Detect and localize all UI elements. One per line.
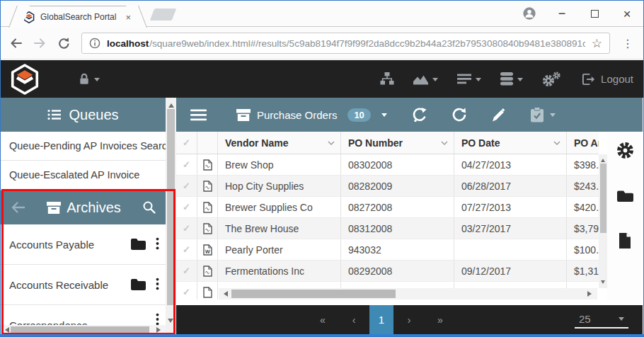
column-header-po-amount[interactable]: PO Amount — [567, 132, 599, 154]
tab-close-icon[interactable]: × — [122, 12, 134, 23]
profile-icon[interactable] — [513, 4, 546, 24]
table-row[interactable]: ✓ Brew Shop 08302008 04/27/2013 $398. — [176, 154, 599, 176]
table-row[interactable]: ✓ Hop City Supplies 08282009 06/28/2017 … — [176, 176, 599, 197]
item-menu-kebab-icon[interactable] — [156, 237, 159, 252]
bookmark-star-icon[interactable]: ☆ — [592, 36, 602, 51]
hamburger-menu-icon[interactable] — [190, 109, 207, 121]
row-select-check[interactable]: ✓ — [176, 239, 197, 260]
next-page-button[interactable]: › — [393, 314, 425, 326]
archive-selector[interactable]: Purchase Orders 10 — [236, 108, 387, 122]
lists-menu[interactable] — [457, 74, 481, 84]
sidebar-item-queue-pending[interactable]: Queue-Pending AP Invoices Search — [1, 132, 166, 161]
pdf-file-icon[interactable] — [197, 154, 218, 175]
new-tab-button[interactable] — [150, 8, 177, 21]
row-select-check[interactable]: ✓ — [176, 176, 197, 196]
view-settings-gear-icon[interactable] — [616, 141, 635, 163]
archive-item-label: Accounts Receivable — [9, 279, 130, 291]
url-host: localhost — [107, 38, 149, 49]
archive-item-accounts-receivable[interactable]: Accounts Receivable — [1, 265, 166, 305]
page-size-select[interactable]: 25 — [575, 310, 628, 329]
settings-gears-icon[interactable] — [542, 72, 560, 87]
folder-icon[interactable] — [130, 278, 146, 292]
page-info-icon[interactable] — [89, 38, 100, 49]
cell-vendor: Fermentations Inc — [218, 261, 341, 281]
sidebar-item-queue-escalated[interactable]: Queue-Escalated AP Invoice — [1, 161, 166, 190]
forward-icon[interactable] — [33, 37, 47, 50]
file-icon[interactable] — [197, 282, 218, 299]
column-header-vendor-name[interactable]: Vendor Name — [218, 132, 341, 154]
folder-icon[interactable] — [130, 237, 146, 252]
cell-po-amount: $398. — [567, 154, 599, 175]
archive-item-accounts-payable[interactable]: Accounts Payable — [1, 224, 166, 265]
browser-menu-icon[interactable]: ⋮ — [621, 37, 635, 50]
column-header-po-number[interactable]: PO Number — [341, 132, 454, 154]
row-select-check[interactable]: ✓ — [176, 282, 197, 299]
sidebar-vertical-scrollbar[interactable] — [166, 98, 176, 334]
scrollbar-thumb[interactable] — [11, 326, 149, 333]
dashboards-menu[interactable] — [413, 74, 438, 85]
move-to-folder-icon[interactable] — [616, 189, 634, 206]
row-select-check[interactable]: ✓ — [176, 218, 197, 239]
results-toolbar: Purchase Orders 10 — [176, 98, 643, 132]
scroll-right-icon[interactable] — [156, 327, 163, 333]
pdf-file-icon[interactable] — [197, 197, 218, 217]
current-page-button[interactable]: 1 — [369, 305, 393, 334]
table-header-row: ✓ Vendor Name PO Number PO Date — [176, 132, 599, 154]
table-row[interactable]: ✓ Fermentations Inc 08292008 09/12/2017 … — [176, 261, 599, 282]
pdf-file-icon[interactable] — [197, 218, 218, 239]
back-icon[interactable] — [9, 37, 23, 50]
table-row[interactable]: ✓ W Pearly Porter 943032 $100. — [176, 239, 599, 261]
scrollbar-thumb[interactable] — [231, 290, 396, 298]
table-vertical-scrollbar[interactable] — [599, 154, 607, 288]
scroll-down-icon[interactable] — [601, 280, 605, 286]
scroll-left-icon[interactable] — [221, 291, 228, 297]
row-select-check[interactable]: ✓ — [176, 197, 197, 217]
row-select-check[interactable]: ✓ — [176, 261, 197, 281]
item-menu-kebab-icon[interactable] — [156, 278, 159, 292]
workflow-icon[interactable] — [380, 72, 394, 86]
reload-icon[interactable] — [57, 37, 71, 50]
last-page-button[interactable]: » — [425, 314, 456, 326]
logout-button[interactable]: Logout — [582, 73, 633, 86]
window-maximize-button[interactable] — [578, 7, 611, 21]
scroll-down-icon[interactable] — [168, 319, 173, 326]
address-bar[interactable]: localhost /square9web/index.html#/result… — [81, 33, 610, 54]
document-file-icon[interactable] — [618, 232, 632, 252]
archives-search-icon[interactable] — [142, 200, 156, 215]
table-row[interactable]: ✓ Brewer Supplies Co 08272008 07/27/2013… — [176, 197, 599, 218]
process-redo-icon[interactable] — [411, 107, 427, 123]
row-select-check[interactable]: ✓ — [176, 154, 197, 175]
column-header-po-date[interactable]: PO Date — [454, 132, 567, 154]
page-size-caret-icon — [619, 317, 624, 324]
databases-menu[interactable] — [500, 72, 523, 86]
table-row[interactable]: ✓ The Brew House 08312008 03/27/2017 $3,… — [176, 218, 599, 239]
cell-po-date — [454, 239, 567, 260]
scroll-right-icon[interactable] — [587, 291, 594, 297]
scroll-up-icon[interactable] — [601, 156, 605, 162]
cell-po-number: 08312008 — [341, 218, 454, 239]
archives-horizontal-scrollbar[interactable] — [1, 325, 166, 334]
scrollbar-thumb[interactable] — [600, 164, 606, 233]
word-file-icon[interactable]: W — [197, 239, 218, 260]
queue-item-label: Queue-Escalated AP Invoice — [9, 169, 139, 181]
table-horizontal-scrollbar[interactable] — [219, 288, 597, 299]
window-minimize-button[interactable]: − — [546, 6, 578, 21]
pdf-file-icon[interactable] — [197, 176, 218, 196]
archives-back-icon[interactable] — [10, 201, 25, 214]
lock-menu[interactable] — [79, 72, 100, 86]
validate-clipboard-menu[interactable] — [530, 107, 556, 122]
scroll-up-icon[interactable] — [168, 101, 174, 108]
first-page-button[interactable]: « — [307, 314, 338, 326]
refresh-icon[interactable] — [452, 107, 467, 122]
queues-title: Queues — [69, 107, 118, 123]
browser-tab[interactable]: GlobalSearch Portal × — [19, 6, 137, 28]
window-close-button[interactable]: × — [611, 6, 643, 22]
square9-logo-icon[interactable] — [11, 64, 39, 95]
select-all-check[interactable]: ✓ — [176, 132, 197, 154]
scrollbar-thumb[interactable] — [167, 109, 175, 305]
edit-pencil-icon[interactable] — [491, 108, 506, 122]
prev-page-button[interactable]: ‹ — [338, 314, 369, 326]
logout-icon — [582, 73, 595, 86]
pdf-file-icon[interactable] — [197, 261, 218, 281]
scroll-left-icon[interactable] — [2, 327, 9, 333]
